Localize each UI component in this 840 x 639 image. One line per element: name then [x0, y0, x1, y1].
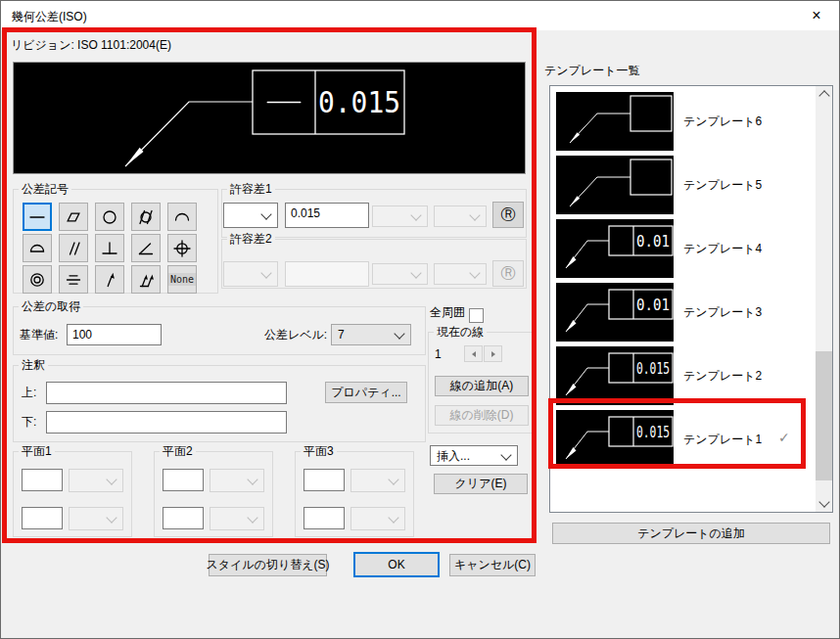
datum-value-input[interactable]: 100: [67, 324, 162, 345]
template-list-item[interactable]: 0.01テンプレート3: [556, 283, 811, 342]
properties-button[interactable]: プロパティ...: [325, 382, 407, 403]
symbol-total-runout-button[interactable]: [131, 265, 161, 294]
close-icon: ×: [812, 7, 820, 24]
template-label: テンプレート2: [683, 368, 762, 385]
title-bar: 幾何公差(ISO) ×: [1, 1, 839, 30]
chevron-down-icon: [260, 267, 271, 278]
cylindricity-icon: [136, 207, 156, 227]
symbol-perpendicularity-button[interactable]: [95, 234, 124, 262]
chevron-up-icon: [818, 90, 829, 101]
template-list-item[interactable]: テンプレート6: [556, 92, 811, 151]
arrow-left-icon: [472, 351, 476, 357]
scrollbar[interactable]: [816, 86, 832, 512]
chevron-down-icon: [410, 267, 421, 278]
plane1-datum2-input[interactable]: [22, 507, 63, 529]
tolerance1-restricted-button[interactable]: Ⓡ: [492, 202, 524, 228]
symbol-profile-surface-button[interactable]: [23, 234, 52, 262]
annotation-bottom-input[interactable]: [46, 411, 287, 434]
angularity-icon: [136, 239, 156, 258]
plane1-group: 平面1: [13, 451, 132, 537]
symbol-concentricity-button[interactable]: [23, 265, 52, 294]
scroll-up-button[interactable]: [816, 86, 832, 103]
annotation-top-label: 上:: [22, 385, 36, 401]
close-button[interactable]: ×: [802, 3, 831, 28]
symbol-straightness-button[interactable]: [23, 203, 52, 231]
cancel-button[interactable]: キャンセル(C): [449, 554, 536, 576]
plane3-datum-input[interactable]: [303, 469, 345, 491]
tolerance2-symbol-combo: [223, 261, 278, 287]
circled-r-icon: Ⓡ: [501, 205, 516, 224]
symbol-profile-line-button[interactable]: [167, 203, 197, 231]
tolerance1-label: 許容差1: [227, 182, 275, 196]
previous-line-button[interactable]: [464, 345, 483, 362]
tolerance-level-label: 公差レベル:: [264, 327, 327, 343]
tolerance-level-combo[interactable]: 7: [331, 324, 411, 345]
template-thumbnail: [556, 156, 674, 217]
plane3-modifier2-combo: [350, 507, 405, 530]
symbol-cylindricity-button[interactable]: [131, 203, 161, 231]
svg-text:0.01: 0.01: [636, 297, 670, 314]
chevron-down-icon: [106, 474, 117, 484]
template-list-item[interactable]: 0.015テンプレート2: [556, 346, 811, 405]
symbol-parallelism-button[interactable]: [59, 234, 88, 262]
tolerance2-material-combo: [372, 263, 428, 285]
circularity-icon: [100, 207, 119, 227]
tolerance1-symbol-combo[interactable]: [223, 203, 278, 228]
insert-combo-value: 挿入...: [437, 447, 470, 464]
symbol-group: 公差記号 None: [13, 189, 218, 294]
tolerance-preview-canvas: 0.015: [13, 62, 526, 174]
template-list-item[interactable]: テンプレート5: [556, 156, 811, 214]
scrollbar-thumb[interactable]: [816, 351, 832, 480]
plane2-datum-input[interactable]: [163, 469, 204, 491]
chevron-down-icon: [388, 474, 398, 484]
none-label: None: [168, 273, 196, 286]
add-line-button[interactable]: 線の追加(A): [435, 376, 529, 396]
insert-combo[interactable]: 挿入...: [430, 445, 518, 466]
template-thumbnail: 0.015: [556, 410, 674, 472]
tolerance-level-value: 7: [338, 328, 345, 342]
parallelism-icon: [64, 239, 83, 258]
tolerance2-label: 許容差2: [227, 232, 275, 246]
chevron-down-icon: [500, 449, 511, 460]
datum-value-label: 基準値:: [20, 327, 58, 343]
chevron-down-icon: [818, 496, 829, 507]
template-thumbnail: [556, 92, 674, 154]
revision-label: リビジョン: ISO 1101:2004(E): [11, 37, 171, 54]
plane2-datum2-input[interactable]: [163, 507, 204, 529]
add-template-button[interactable]: テンプレートの追加: [552, 523, 830, 544]
plane1-datum-input[interactable]: [22, 469, 63, 491]
chevron-down-icon: [247, 474, 257, 484]
symbol-none-button[interactable]: None: [167, 265, 197, 294]
plane3-datum2-input[interactable]: [303, 507, 345, 529]
switch-style-button[interactable]: スタイルの切り替え(S): [209, 554, 327, 576]
current-line-label: 現在の線: [434, 325, 487, 339]
template-label: テンプレート3: [683, 304, 762, 321]
symbol-symmetry-button[interactable]: [59, 265, 88, 294]
template-list-label: テンプレート一覧: [544, 63, 639, 79]
template-list-item[interactable]: 0.01テンプレート4: [556, 219, 811, 278]
scroll-down-button[interactable]: [816, 495, 832, 512]
tolerance2-restricted-button: Ⓡ: [492, 260, 524, 287]
annotation-bottom-label: 下:: [22, 414, 36, 431]
symbol-position-button[interactable]: [167, 234, 197, 262]
symbol-angularity-button[interactable]: [131, 234, 161, 262]
concentricity-icon: [27, 270, 47, 290]
profile-surface-icon: [27, 239, 47, 258]
next-line-button[interactable]: [484, 345, 502, 362]
template-list-item[interactable]: 0.015テンプレート1✓: [556, 410, 811, 469]
template-label: テンプレート1: [683, 432, 762, 448]
svg-text:0.015: 0.015: [636, 360, 670, 378]
all-around-checkbox[interactable]: [469, 308, 484, 323]
profile-line-icon: [172, 207, 192, 227]
total-runout-icon: [136, 270, 156, 290]
straightness-icon: [27, 207, 47, 227]
ok-button[interactable]: OK: [353, 552, 440, 577]
clear-button[interactable]: クリア(E): [434, 474, 528, 494]
chevron-down-icon: [469, 267, 480, 278]
annotation-top-input[interactable]: [46, 382, 287, 404]
symbol-circular-runout-button[interactable]: [95, 265, 124, 294]
symbol-circularity-button[interactable]: [95, 203, 124, 231]
template-label: テンプレート4: [683, 241, 762, 257]
tolerance1-value-input[interactable]: 0.015: [285, 203, 369, 228]
symbol-flatness-button[interactable]: [59, 203, 88, 231]
